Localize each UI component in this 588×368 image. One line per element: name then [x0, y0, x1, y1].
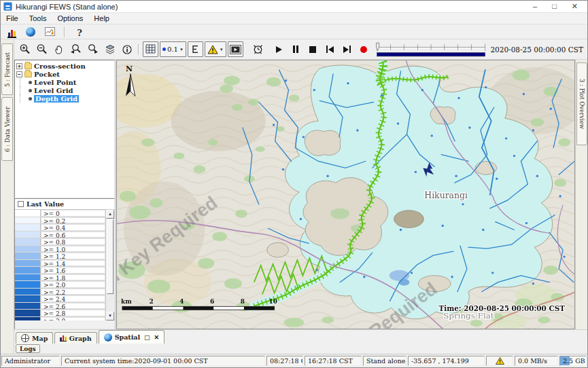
status-gmt-time: 08:27:18 GMT	[266, 356, 303, 366]
tab-spatial[interactable]: Spatial □ ✕	[99, 330, 165, 344]
skip-to-start-button[interactable]	[322, 41, 338, 57]
scale-tick-label: 2	[150, 298, 154, 305]
map-canvas[interactable]: API Key Required API Key Required N km 2…	[116, 60, 575, 329]
zoom-previous-button[interactable]	[68, 41, 84, 57]
tab-graph[interactable]: Graph	[54, 332, 97, 344]
timer-button[interactable]	[250, 41, 266, 57]
legend-row: >= 2.0	[15, 281, 105, 289]
tree-item-level-point[interactable]: Level Point	[16, 78, 114, 86]
scale-tick-label: 4	[179, 298, 184, 305]
main-toolbar: ?	[1, 24, 587, 39]
time-series-display-button[interactable]	[43, 26, 56, 38]
animation-export-button[interactable]	[228, 41, 243, 57]
minimize-button[interactable]: –	[533, 2, 537, 11]
tree-item-depth-grid[interactable]: Depth Grid	[16, 94, 114, 103]
map-display-button[interactable]	[24, 26, 37, 38]
pause-button[interactable]	[288, 41, 304, 57]
stop-button[interactable]	[305, 41, 321, 57]
menu-options[interactable]: Options	[57, 14, 83, 22]
application-window: Hikurangi FEWS (Stand alone) – □ ✕ File …	[0, 0, 588, 368]
legend-row: >= 0.6	[15, 232, 105, 239]
folder-icon	[24, 71, 32, 77]
skip-start-icon	[326, 45, 334, 53]
close-button[interactable]: ✕	[572, 2, 578, 11]
tree-item-cross-section[interactable]: + Cross-section	[16, 62, 114, 70]
stop-icon	[309, 46, 316, 53]
legend-row: >= 1.0	[15, 246, 105, 253]
legend-color-swatch	[15, 274, 41, 281]
bar-chart-icon	[7, 30, 16, 38]
pan-button[interactable]	[51, 41, 67, 57]
scale-tick-label: 6	[210, 298, 214, 305]
legend-color-swatch	[15, 253, 41, 259]
legend-color-swatch	[15, 224, 41, 231]
tree-label: Pocket	[34, 71, 60, 78]
tree-item-level-grid[interactable]: Level Grid	[16, 86, 114, 94]
status-bar: Administrator Current system time:2020-0…	[1, 354, 587, 367]
last-value-checkbox[interactable]	[18, 201, 24, 207]
contour-interval-dropdown[interactable]: 0.1 ▼	[160, 41, 186, 57]
tree-connector	[20, 94, 27, 103]
north-label: N	[126, 65, 133, 73]
record-button[interactable]	[356, 41, 372, 57]
tab-graph-label: Graph	[69, 335, 92, 342]
pan-hand-icon	[54, 44, 65, 55]
status-warning-cell[interactable]	[486, 356, 513, 366]
tab-forecast[interactable]: 5 : Forecast	[1, 43, 13, 95]
database-viewer-button[interactable]	[5, 26, 18, 38]
tab-plot-overview-label: 3 : Plot Overview	[578, 76, 585, 132]
skip-to-end-button[interactable]	[339, 41, 355, 57]
legend-color-scale[interactable]: >= 0 >= 0.2	[15, 210, 105, 320]
tab-plot-overview[interactable]: 3 : Plot Overview	[576, 62, 587, 145]
longitudinal-profile-button[interactable]	[188, 41, 203, 57]
scroll-down-button[interactable]: ▼	[106, 312, 114, 320]
status-coordinates: -35.657 , 174.199	[408, 356, 485, 366]
layers-button[interactable]	[102, 41, 118, 57]
legend-panel: Last Value >= 0	[14, 198, 115, 329]
alarm-clock-icon	[252, 43, 264, 55]
tab-maximize-button[interactable]: □	[144, 334, 150, 341]
grid-icon	[145, 44, 156, 54]
scrollbar-thumb[interactable]	[107, 219, 114, 294]
legend-color-swatch	[15, 310, 41, 316]
scale-unit-label: km	[121, 298, 132, 305]
maximize-button[interactable]: □	[552, 2, 557, 11]
place-label-hikurangi: Hikurangi	[424, 190, 468, 200]
movie-icon	[230, 45, 241, 54]
deep-water-patch	[399, 279, 410, 286]
scroll-up-button[interactable]: ▲	[106, 210, 114, 219]
zoom-in-button[interactable]	[17, 41, 33, 57]
menu-file[interactable]: File	[6, 14, 18, 22]
info-button[interactable]	[119, 41, 135, 57]
logs-button[interactable]: Logs	[16, 344, 40, 353]
zoom-next-button[interactable]	[85, 41, 101, 57]
tab-close-button[interactable]: ✕	[154, 334, 160, 341]
left-tab-strip: 5 : Forecast 6 : Data Viewer	[1, 39, 14, 354]
tree-item-pocket[interactable]: − Pocket	[16, 70, 114, 78]
tab-data-viewer[interactable]: 6 : Data Viewer	[1, 97, 13, 161]
layer-tree[interactable]: + Cross-section − Pocket Level P	[14, 60, 115, 198]
timeline-slider[interactable]	[376, 42, 487, 57]
warning-threshold-dropdown[interactable]: ▼	[205, 41, 226, 57]
grid-display-button[interactable]	[143, 41, 158, 57]
play-button[interactable]	[271, 41, 287, 57]
expand-icon[interactable]: +	[16, 63, 22, 69]
legend-scrollbar[interactable]: ▲ ▼	[105, 210, 114, 320]
zoom-out-button[interactable]	[34, 41, 50, 57]
menu-help[interactable]: Help	[94, 14, 109, 22]
chevron-down-icon: ▼	[220, 48, 224, 52]
legend-color-swatch	[15, 295, 41, 302]
collapse-icon[interactable]: −	[16, 71, 22, 77]
toolbar-separator	[138, 44, 139, 55]
help-button[interactable]: ?	[73, 26, 86, 38]
menu-tools[interactable]: Tools	[29, 14, 47, 22]
data-viewer-panel: + Cross-section − Pocket Level P	[14, 60, 116, 329]
menu-bar: File Tools Options Help	[1, 13, 587, 24]
legend-value-label: >= 0	[41, 210, 105, 217]
graph-bars-icon	[60, 335, 67, 342]
tab-map[interactable]: Map	[16, 332, 53, 344]
legend-color-swatch	[15, 238, 41, 245]
legend-value-label: >= 1.2	[41, 253, 105, 259]
legend-row: >= 1.6	[15, 267, 105, 274]
warning-icon	[496, 357, 504, 365]
